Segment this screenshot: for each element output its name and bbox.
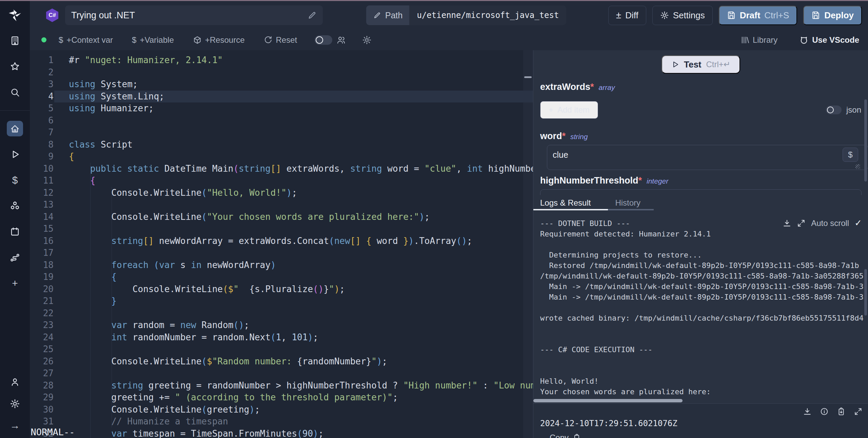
script-title-input[interactable]: Trying out .NET: [65, 5, 323, 25]
test-button[interactable]: Test Ctrl+↵: [662, 55, 740, 74]
resize-handle[interactable]: [855, 164, 860, 169]
sidebar-item-schedules[interactable]: [7, 224, 23, 240]
code-line[interactable]: 21 }: [30, 295, 533, 307]
add-item-label: Add item: [557, 105, 590, 115]
sidebar-item-account[interactable]: [7, 374, 23, 390]
code-line[interactable]: 7: [30, 127, 533, 139]
sidebar-item-runs[interactable]: [7, 147, 23, 162]
code-text: string[] newWordArray = extraWords.Conca…: [54, 235, 533, 247]
sidebar-collapse-button[interactable]: →: [7, 418, 23, 433]
code-line[interactable]: 8class Script: [30, 139, 533, 151]
code-line[interactable]: 28 string greeting = randomNumber > high…: [30, 380, 533, 392]
line-number: 26: [30, 356, 54, 368]
code-line[interactable]: 24 int randomNumber = random.Next(1, 101…: [30, 331, 533, 344]
code-line[interactable]: 13: [30, 199, 533, 211]
edit-pencil-icon[interactable]: [307, 11, 317, 20]
right-panel: Test Ctrl+↵ extraWords* array + Add item: [533, 50, 868, 438]
code-line[interactable]: 6: [30, 115, 533, 127]
auto-scroll-label[interactable]: Auto scroll: [811, 218, 849, 228]
editor-settings-gear-icon[interactable]: [362, 35, 372, 45]
deploy-button[interactable]: Deploy: [803, 6, 862, 25]
threshold-input[interactable]: [540, 189, 862, 195]
path-field[interactable]: Path u/etienne/microsoft_java_test: [366, 5, 566, 25]
sidebar-item-search[interactable]: [7, 84, 23, 100]
code-line[interactable]: 11 {: [30, 175, 533, 187]
code-line[interactable]: 22: [30, 307, 533, 320]
word-input[interactable]: clue: [547, 145, 868, 170]
code-line[interactable]: 3using System;: [30, 78, 533, 91]
sidebar-item-resources[interactable]: [7, 198, 23, 214]
code-line[interactable]: 18 foreach (var s in newWordArray): [30, 259, 533, 271]
line-number: 16: [30, 235, 54, 247]
code-line[interactable]: 31 // Humanize a timespan: [30, 416, 533, 428]
multiplayer-icon[interactable]: [336, 35, 346, 45]
code-line[interactable]: 2: [30, 66, 533, 79]
log-line: Determining projects to restore...: [540, 251, 868, 261]
logs-scrollbar[interactable]: [864, 269, 867, 316]
reset-button[interactable]: Reset: [263, 35, 297, 45]
code-line[interactable]: 27: [30, 367, 533, 380]
code-line[interactable]: 17: [30, 247, 533, 259]
code-line[interactable]: 26 Console.WriteLine($"Random number: {r…: [30, 356, 533, 368]
download-icon[interactable]: [803, 407, 812, 416]
sidebar-item-add[interactable]: +: [7, 275, 23, 291]
sidebar-item-settings[interactable]: [7, 396, 23, 412]
required-asterisk: *: [590, 82, 594, 92]
line-number: 17: [30, 247, 54, 259]
code-line[interactable]: 12 Console.WriteLine("Hello, World!");: [30, 187, 533, 199]
expand-icon[interactable]: [854, 407, 863, 416]
form-scrollbar[interactable]: [864, 99, 867, 182]
code-line[interactable]: 23 var random = new Random();: [30, 319, 533, 331]
code-line[interactable]: 4using System.Linq;: [30, 91, 533, 103]
sidebar-item-workspace[interactable]: [7, 33, 23, 49]
code-line[interactable]: 32 var timespan = TimeSpan.FromMinutes(9…: [30, 428, 533, 438]
code-line[interactable]: 9{: [30, 151, 533, 163]
code-text: [54, 343, 533, 356]
code-line[interactable]: 16 string[] newWordArray = extraWords.Co…: [30, 235, 533, 247]
diff-button[interactable]: ± Diff: [608, 6, 646, 25]
code-line[interactable]: 29 greeting += " (according to the thres…: [30, 392, 533, 404]
info-icon[interactable]: [820, 407, 829, 416]
insert-variable-button[interactable]: $: [843, 148, 858, 162]
sidebar-item-flows[interactable]: [7, 250, 23, 265]
add-variable-button[interactable]: $ +Variable: [132, 35, 174, 45]
vim-status: --NORMAL--: [30, 427, 75, 437]
use-vscode-button[interactable]: Use VScode: [799, 35, 859, 45]
copy-button[interactable]: Copy: [550, 433, 868, 438]
tab-logs-result[interactable]: Logs & Result: [540, 198, 591, 208]
reset-icon: [263, 36, 272, 44]
code-line[interactable]: 5using Humanizer;: [30, 102, 533, 115]
check-icon[interactable]: ✓: [854, 218, 862, 228]
scroll-handle[interactable]: [524, 76, 532, 78]
play-icon: [671, 60, 679, 69]
windmill-logo-icon[interactable]: [8, 8, 22, 23]
clipboard-icon[interactable]: [837, 407, 846, 416]
code-line[interactable]: 20 Console.WriteLine($" {s.Pluralize()}"…: [30, 283, 533, 296]
code-line[interactable]: 19 {: [30, 271, 533, 283]
log-line: [540, 324, 868, 335]
code-line[interactable]: 1#r "nuget: Humanizer, 2.14.1": [30, 54, 533, 66]
code-line[interactable]: 14 Console.WriteLine("Your chosen words …: [30, 211, 533, 223]
library-button[interactable]: Library: [741, 35, 777, 45]
json-toggle[interactable]: [826, 106, 842, 114]
download-icon[interactable]: [783, 219, 791, 228]
tab-history[interactable]: History: [615, 198, 640, 208]
sidebar-item-favorites[interactable]: [7, 59, 23, 74]
expand-icon[interactable]: [797, 219, 806, 228]
add-item-button[interactable]: + Add item: [540, 101, 598, 119]
code-editor[interactable]: 1#r "nuget: Humanizer, 2.14.1"23using Sy…: [30, 50, 533, 438]
code-line[interactable]: 15: [30, 223, 533, 235]
logs-horizontal-scrollbar[interactable]: [533, 399, 683, 402]
assistant-toggle[interactable]: [315, 35, 332, 45]
code-line[interactable]: 25: [30, 343, 533, 356]
add-resource-button[interactable]: +Resource: [193, 35, 245, 45]
line-number: 2: [30, 66, 54, 79]
add-context-var-button[interactable]: $ +Context var: [59, 35, 113, 45]
code-text: [54, 223, 533, 235]
code-line[interactable]: 10 public static DateTime Main(string[] …: [30, 163, 533, 175]
sidebar-item-variables[interactable]: $: [7, 172, 23, 188]
code-line[interactable]: 30 Console.WriteLine(greeting);: [30, 404, 533, 416]
settings-button[interactable]: Settings: [652, 6, 713, 25]
sidebar-item-home[interactable]: [7, 121, 23, 136]
draft-button[interactable]: Draft Ctrl+S: [719, 6, 797, 25]
